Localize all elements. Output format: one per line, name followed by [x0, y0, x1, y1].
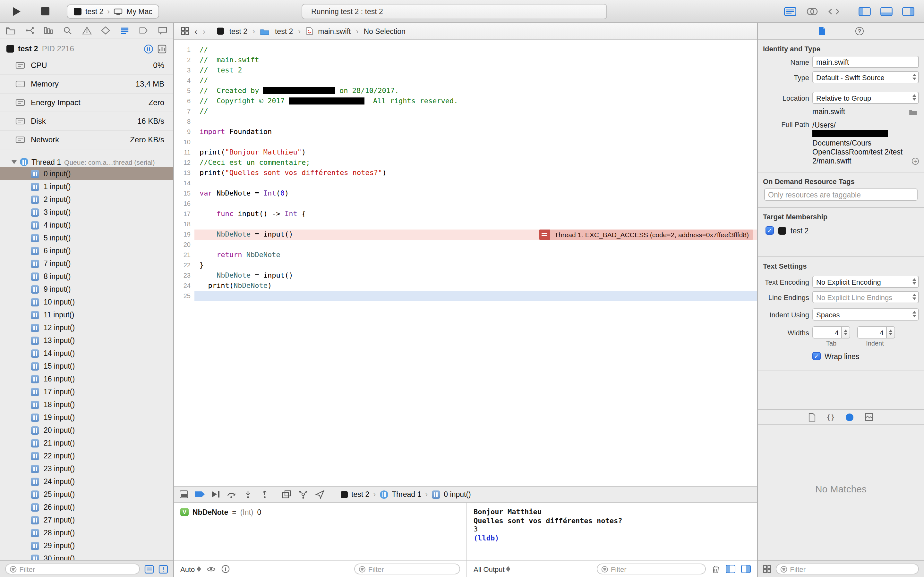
variable-row[interactable]: V NbDeNote = (Int) 0 — [180, 508, 460, 516]
stack-frame-row[interactable]: 22 input() — [0, 450, 173, 462]
stepper-arrows-icon[interactable] — [887, 326, 895, 338]
memory-report-icon[interactable] — [157, 44, 167, 53]
library-filter-input[interactable] — [790, 565, 914, 573]
jumpbar-selection[interactable]: No Selection — [364, 27, 405, 35]
run-button[interactable] — [13, 7, 21, 16]
name-field[interactable]: main.swift — [813, 56, 919, 68]
jumpbar-file[interactable]: main.swift — [318, 27, 351, 35]
code-line[interactable]: 13print("Quelles sont vos différentes no… — [174, 168, 757, 178]
navigator-find-icon[interactable] — [63, 26, 73, 35]
navigator-source-control-icon[interactable] — [25, 26, 34, 35]
gauge-row-memory[interactable]: Memory13,4 MB — [0, 75, 173, 93]
step-into-icon[interactable] — [243, 490, 252, 499]
stack-frame-row[interactable]: 13 input() — [0, 334, 173, 347]
stack-frame-row[interactable]: 3 input() — [0, 206, 173, 219]
gauge-row-network[interactable]: NetworkZero KB/s — [0, 131, 173, 149]
stack-frame-row[interactable]: 18 input() — [0, 398, 173, 411]
quicklook-eye-icon[interactable] — [206, 566, 215, 572]
stack-frame-row[interactable]: 4 input() — [0, 219, 173, 231]
gauge-row-disk[interactable]: Disk16 KB/s — [0, 112, 173, 131]
breakpoints-toggle-icon[interactable] — [195, 490, 205, 498]
stack-frame-row[interactable]: 10 input() — [0, 295, 173, 308]
memory-graph-icon[interactable] — [298, 490, 308, 499]
text-encoding-popup[interactable]: No Explicit Encoding — [813, 276, 919, 288]
simulate-location-icon[interactable] — [315, 490, 325, 499]
version-editor-button[interactable] — [825, 5, 842, 17]
stack-frame-row[interactable]: 2 input() — [0, 193, 173, 206]
code-area[interactable]: 1//2// main.swift3// test 24//5// Create… — [174, 40, 757, 486]
jumpbar-project[interactable]: test 2 — [229, 27, 247, 35]
debug-crumb-thread[interactable]: Thread 1 — [392, 490, 421, 498]
code-line[interactable]: 12//Ceci est un commentaire; — [174, 158, 757, 168]
navigator-debug-icon[interactable] — [120, 26, 129, 35]
toggle-inspectors-button[interactable] — [900, 5, 916, 17]
quick-help-tab[interactable]: ? — [855, 27, 864, 35]
stack-frame-row[interactable]: 27 input() — [0, 514, 173, 526]
stack-frame-row[interactable]: 11 input() — [0, 308, 173, 321]
console-output[interactable]: Bonjour MatthieuQuelles sont vos différe… — [467, 503, 757, 560]
variables-content[interactable]: V NbDeNote = (Int) 0 — [174, 503, 467, 560]
navigator-filter-field[interactable] — [5, 564, 140, 574]
stack-frame-row[interactable]: 1 input() — [0, 180, 173, 193]
back-button[interactable]: ‹ — [194, 27, 197, 35]
clear-console-icon[interactable] — [712, 564, 720, 574]
stack-frame-row[interactable]: 15 input() — [0, 359, 173, 372]
target-membership-checkbox[interactable]: ✓ — [766, 226, 774, 235]
stack-frame-row[interactable]: 9 input() — [0, 283, 173, 295]
library-grid-icon[interactable] — [763, 565, 771, 573]
navigator-breakpoint-icon[interactable] — [139, 26, 149, 35]
info-icon[interactable] — [221, 565, 229, 573]
variables-scope-popup[interactable]: Auto — [180, 565, 200, 573]
thread-row[interactable]: Thread 1 Queue: com.a…thread (serial) — [0, 156, 173, 167]
location-popup[interactable]: Relative to Group — [813, 92, 919, 104]
library-filter-field[interactable] — [776, 564, 919, 574]
variables-filter-input[interactable] — [368, 565, 456, 573]
code-line[interactable]: 19 NbDeNote = input()Thread 1: EXC_BAD_A… — [174, 229, 757, 240]
navigator-filter-input[interactable] — [19, 565, 136, 573]
console-scope-popup[interactable]: All Output — [473, 565, 510, 573]
gauge-row-energy-impact[interactable]: Energy ImpactZero — [0, 93, 173, 112]
step-over-icon[interactable] — [226, 490, 236, 499]
scheme-selector[interactable]: test 2 › My Mac — [67, 5, 160, 19]
media-library-icon[interactable] — [865, 413, 873, 421]
code-line[interactable]: 8 — [174, 117, 757, 127]
console-filter-input[interactable] — [611, 565, 701, 573]
code-line[interactable]: 21 return NbDeNote — [174, 250, 757, 260]
standard-editor-button[interactable] — [782, 5, 798, 17]
stack-frame-row[interactable]: 5 input() — [0, 231, 173, 244]
stack-frame-row[interactable]: 24 input() — [0, 475, 173, 488]
disclosure-triangle-icon[interactable] — [11, 160, 17, 164]
type-popup[interactable]: Default - Swift Source — [813, 71, 919, 83]
runtime-error-badge[interactable]: Thread 1: EXC_BAD_ACCESS (code=2, addres… — [539, 229, 753, 240]
file-template-library-icon[interactable] — [809, 413, 816, 422]
odr-tags-field[interactable]: Only resources are taggable — [764, 189, 918, 201]
line-endings-popup[interactable]: No Explicit Line Endings — [813, 291, 919, 303]
debug-crumb-frame[interactable]: 0 input() — [444, 490, 471, 498]
wrap-lines-checkbox[interactable]: ✓ — [813, 352, 821, 360]
show-console-pane-icon[interactable] — [741, 565, 751, 573]
view-hierarchy-icon[interactable] — [281, 490, 291, 499]
assistant-editor-button[interactable] — [803, 5, 820, 17]
debug-crumb-target[interactable]: test 2 — [351, 490, 369, 498]
code-line[interactable]: 15var NbDeNote = Int(0) — [174, 189, 757, 199]
stack-frame-row[interactable]: 25 input() — [0, 488, 173, 501]
stack-frame-row[interactable]: 17 input() — [0, 385, 173, 398]
navigator-test-icon[interactable] — [101, 26, 110, 35]
stack-frame-row[interactable]: 6 input() — [0, 244, 173, 257]
reveal-folder-icon[interactable] — [909, 108, 918, 115]
toggle-debug-area-button[interactable] — [878, 5, 895, 17]
navigator-report-icon[interactable] — [158, 26, 168, 35]
code-line[interactable]: 1// — [174, 45, 757, 55]
process-row[interactable]: test 2 PID 2216 — [0, 41, 173, 56]
show-crashed-filter-icon[interactable] — [158, 564, 168, 574]
code-line[interactable]: 7// — [174, 106, 757, 117]
hide-debug-area-icon[interactable] — [180, 490, 188, 498]
continue-icon[interactable] — [212, 491, 219, 498]
stack-frame-row[interactable]: 19 input() — [0, 411, 173, 424]
code-line[interactable]: 4// — [174, 76, 757, 86]
jumpbar-group[interactable]: test 2 — [275, 27, 293, 35]
code-line[interactable]: 18 — [174, 219, 757, 229]
navigator-issue-icon[interactable] — [82, 26, 91, 35]
gauge-row-cpu[interactable]: CPU0% — [0, 56, 173, 75]
indent-using-popup[interactable]: Spaces — [813, 308, 919, 321]
